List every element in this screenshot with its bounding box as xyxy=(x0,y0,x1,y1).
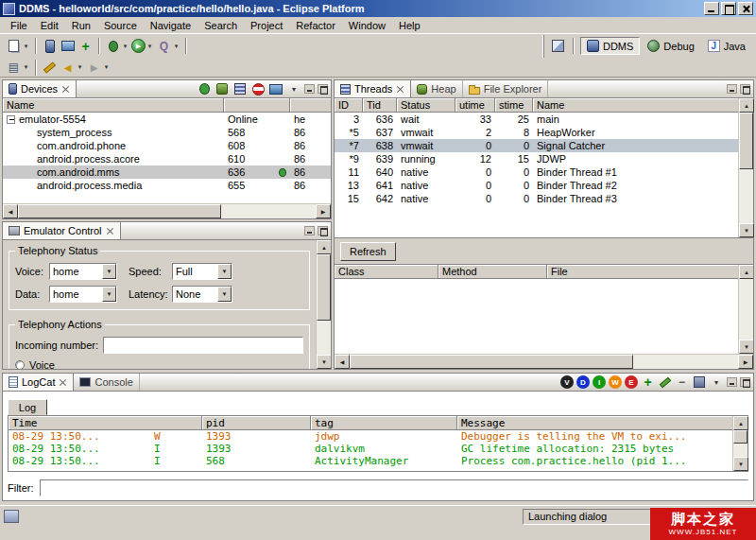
run-button[interactable] xyxy=(130,36,155,56)
menu-project[interactable]: Project xyxy=(244,19,289,32)
maximize-view-icon[interactable] xyxy=(318,226,328,235)
stop-process-icon[interactable] xyxy=(250,82,266,96)
thread-row[interactable]: 3636wait3325main xyxy=(335,113,738,126)
tab-logcat[interactable]: LogCat xyxy=(3,374,74,391)
external-tools-button[interactable] xyxy=(155,36,181,56)
column-header-pid[interactable]: pid xyxy=(202,416,311,430)
tab-devices[interactable]: Devices xyxy=(3,80,77,97)
latency-select[interactable]: None xyxy=(172,286,232,303)
process-row[interactable]: com.android.phone 608 86 xyxy=(3,139,331,152)
close-icon[interactable] xyxy=(59,378,67,387)
incoming-number-input[interactable] xyxy=(103,337,303,354)
scrollbar-thumb[interactable] xyxy=(317,254,331,321)
scrollbar-thumb[interactable] xyxy=(733,430,747,444)
menu-refactor[interactable]: Refactor xyxy=(289,19,342,32)
log-row[interactable]: 08-29 13:50...W1393jdwpDebugger is telli… xyxy=(9,430,732,443)
thread-row-selected[interactable]: *7638vmwait00Signal Catcher xyxy=(335,139,738,152)
chevron-down-icon[interactable] xyxy=(217,287,232,302)
tab-console[interactable]: Console xyxy=(74,374,139,391)
tab-file-explorer[interactable]: File Explorer xyxy=(463,80,549,97)
last-edit-button[interactable] xyxy=(41,58,59,78)
process-row[interactable]: android.process.acore 610 86 xyxy=(3,152,331,165)
warn-filter-icon[interactable]: W xyxy=(609,375,622,389)
screen-capture-icon[interactable] xyxy=(268,82,284,96)
annotation-nav-button[interactable] xyxy=(5,58,31,78)
debug-button[interactable] xyxy=(104,36,130,56)
chevron-down-icon[interactable] xyxy=(102,60,111,76)
column-header[interactable] xyxy=(224,98,290,113)
thread-row[interactable]: *9639running1215JDWP xyxy=(335,152,738,165)
vertical-scrollbar[interactable] xyxy=(316,240,331,369)
column-header-name[interactable]: Name xyxy=(533,98,738,113)
column-header-name[interactable]: Name xyxy=(3,98,224,113)
maximize-view-icon[interactable] xyxy=(740,377,750,387)
vertical-scrollbar[interactable] xyxy=(738,265,753,354)
chevron-down-icon[interactable] xyxy=(121,38,129,54)
process-row-selected[interactable]: com.android.mms 636 86 xyxy=(3,165,331,179)
tab-emulator-control[interactable]: Emulator Control xyxy=(3,222,121,239)
menu-file[interactable]: File xyxy=(4,19,34,32)
tab-log[interactable]: Log xyxy=(8,399,47,415)
minimize-view-icon[interactable] xyxy=(727,84,737,94)
chevron-down-icon[interactable] xyxy=(146,38,154,54)
thread-row[interactable]: 15642native00Binder Thread #3 xyxy=(335,192,738,205)
thread-row[interactable]: *5637vmwait28HeapWorker xyxy=(335,126,738,139)
view-menu-icon[interactable] xyxy=(286,82,301,96)
horizontal-scrollbar[interactable] xyxy=(3,203,331,218)
minimize-view-icon[interactable] xyxy=(727,377,737,387)
tab-threads[interactable]: Threads xyxy=(335,80,411,97)
scroll-left-icon[interactable] xyxy=(335,355,350,369)
chevron-down-icon[interactable] xyxy=(102,287,116,302)
scroll-down-icon[interactable] xyxy=(739,223,754,237)
scroll-down-icon[interactable] xyxy=(739,340,753,354)
maximize-button[interactable] xyxy=(721,2,736,15)
column-header-status[interactable]: Status xyxy=(397,98,455,113)
scroll-up-icon[interactable] xyxy=(739,98,754,113)
chevron-down-icon[interactable] xyxy=(102,264,116,279)
column-header-stime[interactable]: stime xyxy=(495,98,533,113)
column-header-tid[interactable]: Tid xyxy=(363,98,397,113)
debug-filter-icon[interactable]: D xyxy=(576,375,590,389)
chevron-down-icon[interactable] xyxy=(172,38,180,54)
scroll-down-icon[interactable] xyxy=(317,355,331,369)
chevron-down-icon[interactable] xyxy=(22,38,30,54)
error-filter-icon[interactable]: E xyxy=(625,375,638,389)
menu-search[interactable]: Search xyxy=(198,19,244,32)
maximize-view-icon[interactable] xyxy=(740,84,750,94)
screen-capture-button[interactable] xyxy=(59,36,77,56)
minimize-view-icon[interactable] xyxy=(304,226,315,235)
column-header-id[interactable]: ID xyxy=(335,98,363,113)
perspective-debug[interactable]: Debug xyxy=(642,38,699,54)
column-header-file[interactable]: File xyxy=(547,265,738,279)
column-header-class[interactable]: Class xyxy=(335,265,438,279)
data-select[interactable]: home xyxy=(49,286,117,303)
column-header-method[interactable]: Method xyxy=(438,265,547,279)
process-row[interactable]: android.process.media 655 86 xyxy=(3,179,331,192)
column-header-tag[interactable]: tag xyxy=(311,416,457,430)
scroll-right-icon[interactable] xyxy=(316,204,331,218)
export-log-icon[interactable] xyxy=(692,375,706,390)
open-perspective-button[interactable] xyxy=(549,36,567,56)
close-icon[interactable] xyxy=(396,85,404,94)
voice-select[interactable]: home xyxy=(49,263,117,280)
menu-run[interactable]: Run xyxy=(65,19,97,32)
perspective-ddms[interactable]: DDMS xyxy=(580,37,640,55)
device-button[interactable] xyxy=(41,36,59,56)
fast-view-icon[interactable] xyxy=(4,510,19,523)
chevron-down-icon[interactable] xyxy=(76,60,84,76)
scroll-down-icon[interactable] xyxy=(733,457,748,471)
scroll-right-icon[interactable] xyxy=(738,355,753,369)
close-icon[interactable] xyxy=(106,227,114,235)
log-row[interactable]: 08-29 13:50...I1393dalvikvmGC lifetime a… xyxy=(9,443,732,455)
info-filter-icon[interactable]: I xyxy=(593,375,606,389)
horizontal-scrollbar[interactable] xyxy=(335,354,753,369)
menu-source[interactable]: Source xyxy=(97,19,144,32)
scrollbar-thumb[interactable] xyxy=(350,355,633,369)
minimize-button[interactable] xyxy=(704,2,719,15)
menu-help[interactable]: Help xyxy=(392,19,427,32)
debug-process-icon[interactable] xyxy=(197,82,212,96)
scrollbar-thumb[interactable] xyxy=(739,113,753,169)
update-heap-icon[interactable] xyxy=(215,82,230,96)
edit-filter-icon[interactable] xyxy=(658,375,672,390)
forward-button[interactable] xyxy=(85,58,112,78)
